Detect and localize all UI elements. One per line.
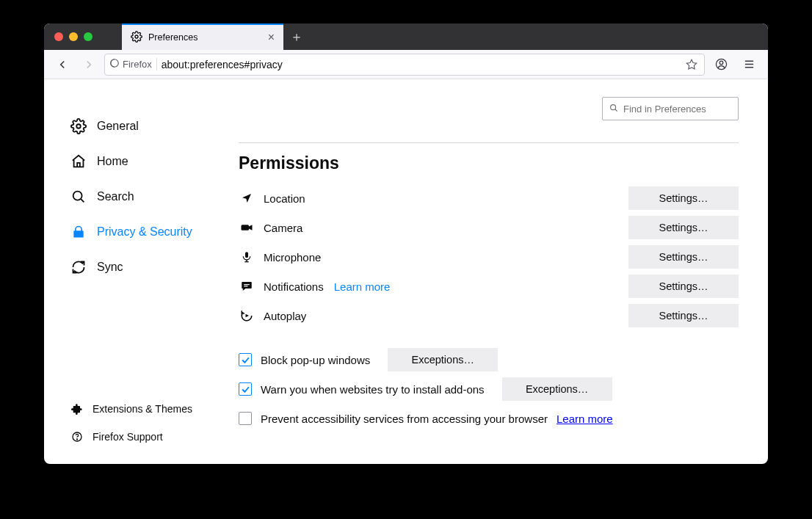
svg-point-13 xyxy=(611,104,616,109)
gear-icon xyxy=(131,31,142,45)
sidebar: General Home Search Privacy & Security xyxy=(44,79,239,464)
notifications-learn-more-link[interactable]: Learn more xyxy=(334,280,391,293)
permission-row-location: Location Settings… xyxy=(239,184,739,213)
tab-title: Preferences xyxy=(148,32,197,43)
bookmark-star-button[interactable] xyxy=(682,59,701,70)
forward-button[interactable] xyxy=(78,54,100,75)
permission-label: Microphone xyxy=(264,251,321,264)
sidebar-item-search[interactable]: Search xyxy=(70,179,239,214)
svg-rect-20 xyxy=(244,286,247,286)
lock-icon xyxy=(70,224,87,240)
sidebar-item-extensions[interactable]: Extensions & Themes xyxy=(70,395,239,423)
tab-close-button[interactable]: × xyxy=(268,32,275,43)
app-menu-button[interactable] xyxy=(737,54,761,76)
window-controls xyxy=(44,23,122,50)
permission-row-microphone: Microphone Settings… xyxy=(239,242,739,272)
svg-point-4 xyxy=(719,61,723,65)
camera-icon xyxy=(239,221,255,234)
location-icon xyxy=(239,192,255,204)
identity-label: Firefox xyxy=(123,59,152,70)
block-popups-checkbox[interactable] xyxy=(239,353,252,366)
home-icon xyxy=(70,153,87,170)
sidebar-item-label: Home xyxy=(97,155,128,168)
svg-point-12 xyxy=(76,439,77,440)
popups-exceptions-button[interactable]: Exceptions… xyxy=(388,348,498,371)
addons-exceptions-button[interactable]: Exceptions… xyxy=(502,377,612,401)
sidebar-item-label: Search xyxy=(97,190,134,203)
close-window-button[interactable] xyxy=(54,32,63,41)
sync-icon xyxy=(70,259,87,275)
section-divider xyxy=(239,142,739,143)
search-input[interactable]: Find in Preferences xyxy=(602,97,739,120)
permission-label: Camera xyxy=(264,222,302,234)
site-identity-block[interactable]: Firefox xyxy=(109,58,157,70)
help-icon xyxy=(70,430,84,443)
new-tab-button[interactable]: ＋ xyxy=(283,23,310,50)
tab-preferences[interactable]: Preferences × xyxy=(122,23,283,50)
svg-rect-16 xyxy=(245,252,248,258)
address-bar[interactable]: Firefox about:preferences#privacy xyxy=(104,54,705,76)
sidebar-item-general[interactable]: General xyxy=(70,109,239,144)
permission-row-autoplay: Autoplay Settings… xyxy=(239,301,739,330)
search-icon xyxy=(70,189,87,205)
checkbox-row-accessibility: Prevent accessibility services from acce… xyxy=(239,404,739,433)
sidebar-bottom-label: Firefox Support xyxy=(93,431,163,443)
sidebar-item-label: General xyxy=(97,120,139,133)
permission-label: Notifications xyxy=(264,280,324,293)
navigation-toolbar: Firefox about:preferences#privacy xyxy=(44,50,768,79)
preferences-content: General Home Search Privacy & Security xyxy=(44,79,768,464)
svg-marker-21 xyxy=(246,314,250,318)
browser-window: Preferences × ＋ Firefox about:preference… xyxy=(44,23,768,464)
location-settings-button[interactable]: Settings… xyxy=(628,186,739,210)
permission-label: Location xyxy=(264,192,305,205)
autoplay-icon xyxy=(239,309,255,322)
url-text: about:preferences#privacy xyxy=(162,59,678,70)
titlebar: Preferences × ＋ xyxy=(44,23,768,50)
svg-point-9 xyxy=(73,192,82,200)
zoom-window-button[interactable] xyxy=(84,32,93,41)
sidebar-item-privacy[interactable]: Privacy & Security xyxy=(70,214,239,250)
gear-icon xyxy=(70,118,87,134)
checkbox-label: Block pop-up windows xyxy=(261,354,370,366)
svg-rect-15 xyxy=(242,225,250,231)
back-button[interactable] xyxy=(51,54,73,75)
sidebar-item-sync[interactable]: Sync xyxy=(70,250,239,285)
sidebar-item-home[interactable]: Home xyxy=(70,144,239,179)
sidebar-item-label: Privacy & Security xyxy=(97,225,192,239)
checkbox-label: Warn you when websites try to install ad… xyxy=(261,383,485,396)
svg-point-8 xyxy=(76,124,81,128)
preferences-main: Find in Preferences Permissions Location… xyxy=(239,79,768,464)
svg-rect-19 xyxy=(244,284,250,285)
chat-icon xyxy=(239,280,255,293)
camera-settings-button[interactable]: Settings… xyxy=(628,216,739,239)
checkbox-row-addons: Warn you when websites try to install ad… xyxy=(239,374,739,404)
sidebar-bottom-label: Extensions & Themes xyxy=(93,403,192,415)
permission-row-camera: Camera Settings… xyxy=(239,213,739,242)
sidebar-item-support[interactable]: Firefox Support xyxy=(70,423,239,451)
prevent-accessibility-checkbox[interactable] xyxy=(239,412,252,425)
checkbox-row-popups: Block pop-up windows Exceptions… xyxy=(239,345,739,374)
accessibility-learn-more-link[interactable]: Learn more xyxy=(557,413,613,425)
svg-point-0 xyxy=(135,35,138,38)
section-title: Permissions xyxy=(239,153,739,173)
search-icon xyxy=(609,103,619,115)
sidebar-item-label: Sync xyxy=(97,261,123,274)
checkbox-label: Prevent accessibility services from acce… xyxy=(261,413,548,425)
puzzle-icon xyxy=(70,402,84,415)
warn-addons-checkbox[interactable] xyxy=(239,382,252,396)
microphone-settings-button[interactable]: Settings… xyxy=(628,245,739,269)
svg-line-14 xyxy=(615,109,617,111)
autoplay-settings-button[interactable]: Settings… xyxy=(628,304,739,327)
permission-row-notifications: Notifications Learn more Settings… xyxy=(239,272,739,301)
search-placeholder: Find in Preferences xyxy=(623,104,706,115)
account-button[interactable] xyxy=(709,54,733,76)
minimize-window-button[interactable] xyxy=(69,32,78,41)
microphone-icon xyxy=(239,251,255,263)
svg-line-10 xyxy=(81,199,84,202)
notifications-settings-button[interactable]: Settings… xyxy=(628,275,739,298)
permission-label: Autoplay xyxy=(264,310,306,322)
svg-marker-2 xyxy=(686,59,696,69)
firefox-icon xyxy=(109,58,120,70)
